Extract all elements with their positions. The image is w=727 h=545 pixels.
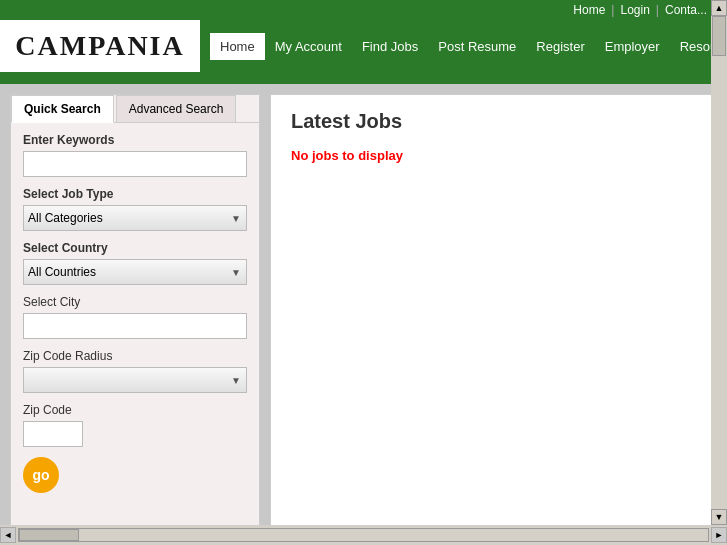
h-scrollbar-thumb[interactable] (19, 529, 79, 541)
divider1: | (611, 3, 614, 17)
jobs-title: Latest Jobs (291, 110, 696, 133)
divider2: | (656, 3, 659, 17)
logo: CAMPANIA (15, 30, 184, 62)
country-wrapper: All Countries ▼ (23, 259, 247, 285)
nav-home[interactable]: Home (210, 33, 265, 60)
search-panel: Quick Search Advanced Search Enter Keywo… (10, 94, 260, 534)
logo-area: CAMPANIA (0, 20, 200, 72)
keywords-input[interactable] (23, 151, 247, 177)
nav-links: Home My Account Find Jobs Post Resume Re… (200, 20, 727, 72)
scroll-down-button[interactable]: ▼ (711, 509, 727, 525)
nav-employer[interactable]: Employer (595, 33, 670, 60)
page-wrapper: Home | Login | Conta... CAMPANIA Home My… (0, 0, 727, 545)
city-input[interactable] (23, 313, 247, 339)
go-button[interactable]: go (23, 457, 59, 493)
nav-register[interactable]: Register (526, 33, 594, 60)
nav-my-account[interactable]: My Account (265, 33, 352, 60)
scroll-up-button[interactable]: ▲ (711, 0, 727, 16)
bottom-bar: ◄ ► (0, 525, 727, 545)
job-type-select[interactable]: All Categories (23, 205, 247, 231)
zip-code-label: Zip Code (23, 403, 247, 417)
quick-search-tab[interactable]: Quick Search (11, 95, 114, 123)
job-type-label: Select Job Type (23, 187, 247, 201)
green-stripe (0, 72, 727, 84)
nav-post-resume[interactable]: Post Resume (428, 33, 526, 60)
v-scroll-thumb[interactable] (712, 16, 726, 56)
search-tabs: Quick Search Advanced Search (11, 95, 259, 123)
nav-bar: CAMPANIA Home My Account Find Jobs Post … (0, 20, 727, 72)
country-select[interactable]: All Countries (23, 259, 247, 285)
main-content: Quick Search Advanced Search Enter Keywo… (0, 84, 727, 544)
v-scrollbar: ▲ ▼ (711, 0, 727, 525)
scroll-right-button[interactable]: ► (711, 527, 727, 543)
h-scrollbar (18, 528, 709, 542)
no-jobs-message: No jobs to display (291, 148, 696, 163)
nav-find-jobs[interactable]: Find Jobs (352, 33, 428, 60)
country-label: Select Country (23, 241, 247, 255)
v-scroll-track (711, 16, 727, 509)
scroll-left-button[interactable]: ◄ (0, 527, 16, 543)
zip-radius-select[interactable]: 5 miles 10 miles 25 miles 50 miles (23, 367, 247, 393)
zip-radius-wrapper: 5 miles 10 miles 25 miles 50 miles ▼ (23, 367, 247, 393)
zip-code-input[interactable] (23, 421, 83, 447)
search-body: Enter Keywords Select Job Type All Categ… (11, 123, 259, 503)
zip-radius-label: Zip Code Radius (23, 349, 247, 363)
topbar-login-link[interactable]: Login (620, 3, 649, 17)
topbar-home-link[interactable]: Home (573, 3, 605, 17)
job-type-wrapper: All Categories ▼ (23, 205, 247, 231)
top-bar: Home | Login | Conta... (0, 0, 727, 20)
topbar-contact-link[interactable]: Conta... (665, 3, 707, 17)
keywords-label: Enter Keywords (23, 133, 247, 147)
city-label: Select City (23, 295, 247, 309)
jobs-panel: Latest Jobs No jobs to display (270, 94, 717, 534)
advanced-search-tab[interactable]: Advanced Search (116, 95, 237, 122)
